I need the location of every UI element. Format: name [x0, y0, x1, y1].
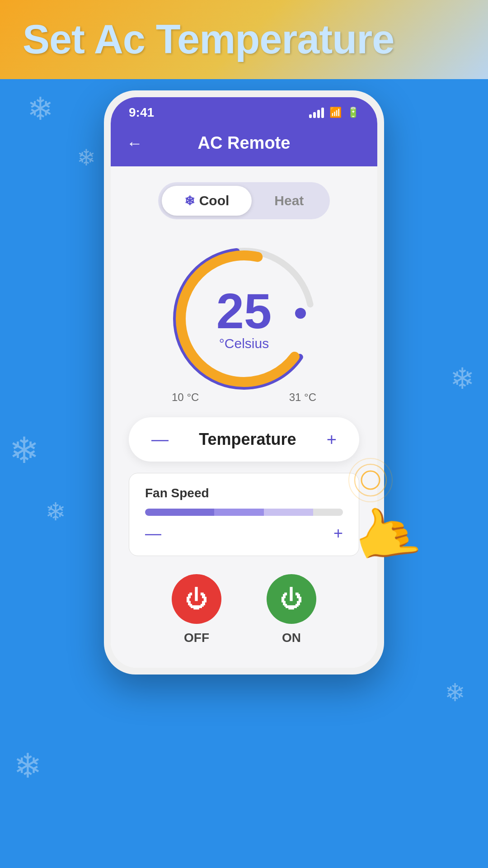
power-off-col: ⏻ OFF	[172, 574, 221, 645]
power-off-icon: ⏻	[185, 586, 208, 612]
fan-fill-segment-1	[145, 509, 214, 516]
snowflake-bg-2: ❄	[77, 145, 96, 171]
temp-control-label: Temperature	[169, 430, 327, 449]
mode-toggle-wrapper: ❄ Cool Heat	[129, 182, 359, 237]
header-title-part2: Temperature	[145, 17, 394, 62]
svg-point-4	[361, 471, 380, 489]
temperature-control: — Temperature +	[129, 417, 359, 462]
app-title: AC Remote	[198, 133, 291, 153]
fan-decrease-button[interactable]: —	[145, 524, 161, 543]
svg-point-6	[349, 458, 392, 502]
power-on-icon: ⏻	[280, 586, 303, 612]
phone-frame: 9:41 📶 🔋 ← AC Remote	[104, 90, 384, 675]
power-off-label: OFF	[184, 631, 209, 645]
header-banner: Set Ac Temperature	[0, 0, 488, 79]
fan-fill-segment-3	[264, 509, 314, 516]
header-title-part1: Set Ac	[23, 17, 145, 62]
heat-mode-button[interactable]: Heat	[252, 186, 326, 216]
phone-screen: 9:41 📶 🔋 ← AC Remote	[111, 97, 377, 668]
svg-point-5	[355, 464, 386, 496]
mode-toggle: ❄ Cool Heat	[158, 182, 330, 219]
dial-svg-wrapper: 25 °Celsius	[167, 242, 321, 396]
power-row: ⏻ OFF ⏻ ON	[129, 570, 359, 654]
battery-icon: 🔋	[347, 107, 359, 118]
wifi-icon: 📶	[329, 107, 342, 118]
fan-speed-track	[145, 509, 343, 516]
signal-bar-1	[309, 114, 312, 118]
svg-point-3	[295, 308, 306, 319]
signal-bars-icon	[309, 108, 324, 118]
temperature-unit: °Celsius	[216, 336, 272, 351]
dial-center: 25 °Celsius	[216, 286, 272, 351]
power-on-col: ⏻ ON	[267, 574, 316, 645]
header-title: Set Ac Temperature	[23, 16, 394, 63]
cool-mode-button[interactable]: ❄ Cool	[162, 186, 252, 216]
power-on-label: ON	[282, 631, 301, 645]
power-on-button[interactable]: ⏻	[267, 574, 316, 624]
snowflake-bg-1: ❄	[27, 90, 54, 127]
cool-label: Cool	[199, 193, 230, 208]
snowflake-bg-4: ❄	[45, 497, 66, 526]
fan-controls: — +	[145, 524, 343, 543]
touch-ripple-svg	[348, 458, 393, 503]
snowflake-bg-3: ❄	[9, 429, 39, 472]
snowflake-bg-7: ❄	[445, 678, 465, 707]
temp-increase-button[interactable]: +	[327, 431, 337, 448]
signal-bar-3	[317, 110, 320, 118]
snowflake-bg-6: ❄	[450, 362, 474, 396]
back-button[interactable]: ←	[127, 134, 143, 153]
fan-speed-title: Fan Speed	[145, 486, 343, 500]
snowflake-mode-icon: ❄	[184, 193, 195, 208]
fan-speed-box: Fan Speed — +	[129, 473, 359, 556]
temperature-dial[interactable]: 25 °Celsius 10 °C 31 °C	[129, 242, 359, 404]
fan-increase-button[interactable]: +	[333, 524, 343, 543]
content-area: ❄ Cool Heat	[111, 166, 377, 668]
heat-label: Heat	[274, 193, 304, 208]
status-icons: 📶 🔋	[309, 107, 359, 118]
app-header: ← AC Remote	[111, 124, 377, 166]
temperature-value: 25	[216, 286, 272, 336]
phone-wrapper: 9:41 📶 🔋 ← AC Remote	[104, 90, 384, 675]
signal-bar-4	[321, 108, 324, 118]
signal-bar-2	[313, 112, 316, 118]
status-time: 9:41	[129, 105, 154, 120]
phone-notch	[208, 97, 280, 113]
power-off-button[interactable]: ⏻	[172, 574, 221, 624]
snowflake-bg-5: ❄	[14, 746, 42, 786]
temp-decrease-button[interactable]: —	[151, 431, 169, 448]
fan-fill-segment-2	[214, 509, 264, 516]
